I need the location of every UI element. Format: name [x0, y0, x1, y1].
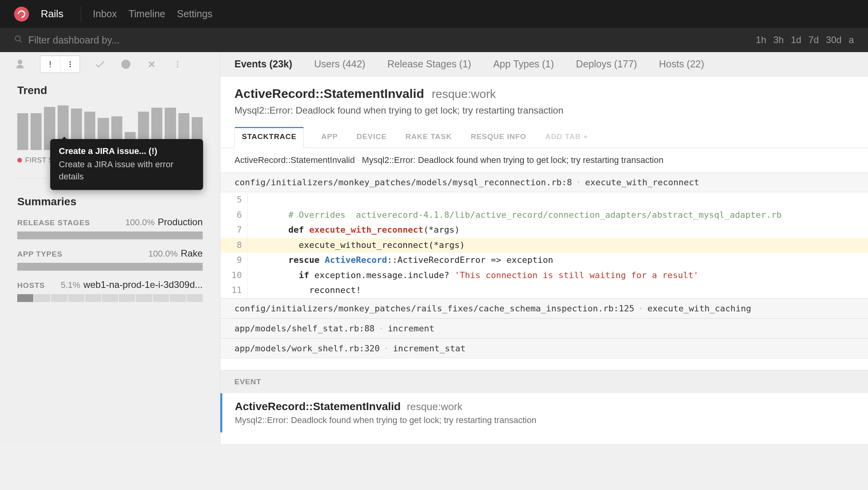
error-context: resque:work	[432, 87, 496, 100]
more-vert-icon	[60, 56, 80, 72]
range-all[interactable]: a	[849, 34, 854, 45]
stack-frame-0[interactable]: config/initializers/monkey_patches/model…	[220, 172, 868, 192]
trend-bar	[17, 113, 28, 150]
subtab-resque-info[interactable]: RESQUE INFO	[469, 127, 528, 148]
nav-timeline[interactable]: Timeline	[129, 8, 165, 20]
detail-tabs: STACKTRACE APP DEVICE RAKE TASK RESQUE I…	[220, 120, 868, 148]
subtab-rake-task[interactable]: RAKE TASK	[404, 127, 453, 148]
release-stages-bar	[17, 231, 203, 239]
summary-app-types: APP TYPES 100.0%Rake	[17, 248, 203, 259]
tab-users[interactable]: Users (442)	[314, 58, 365, 70]
code-snippet: 5 6 # Overrides activerecord-4.1.8/lib/a…	[220, 192, 868, 298]
nav-inbox[interactable]: Inbox	[93, 8, 117, 20]
error-class: ActiveRecord::StatementInvalid	[234, 87, 424, 101]
delete-x-icon[interactable]	[146, 59, 158, 69]
resolve-check-icon[interactable]	[94, 58, 106, 70]
content-tabs: Events (23k) Users (442) Release Stages …	[220, 52, 868, 76]
exclamation-icon	[40, 56, 60, 72]
range-7d[interactable]: 7d	[808, 34, 819, 45]
app-name[interactable]: Rails	[41, 8, 64, 20]
bugsnag-logo-icon	[14, 7, 29, 22]
subtab-stacktrace[interactable]: STACKTRACE	[234, 127, 304, 148]
stack-frame-2[interactable]: app/models/shelf_stat.rb:88·increment	[220, 318, 868, 338]
content: Events (23k) Users (442) Release Stages …	[220, 52, 868, 444]
summary-release-stages: RELEASE STAGES 100.0%Production	[17, 217, 203, 228]
jira-tooltip: Create a JIRA issue... (!) Create a JIRA…	[50, 139, 203, 190]
search-icon	[14, 35, 23, 45]
create-issue-button[interactable]	[40, 56, 80, 73]
summary-hosts: HOSTS 5.1%web1-na-prod-1e-i-3d309d...	[17, 279, 203, 290]
svg-point-2	[69, 66, 71, 67]
filter-input[interactable]	[28, 34, 303, 46]
range-3h[interactable]: 3h	[773, 34, 784, 45]
sidebar-toolbar	[0, 52, 220, 76]
summaries-heading: Summaries	[17, 195, 203, 208]
stack-frame-1[interactable]: config/initializers/monkey_patches/rails…	[220, 298, 868, 318]
svg-point-1	[69, 63, 71, 65]
snooze-clock-icon[interactable]	[120, 59, 132, 70]
tooltip-title: Create a JIRA issue... (!)	[59, 146, 194, 156]
range-1h[interactable]: 1h	[756, 34, 766, 45]
event-card[interactable]: ActiveRecord::StatementInvalid resque:wo…	[220, 393, 868, 432]
svg-point-4	[177, 63, 178, 65]
svg-point-0	[69, 61, 71, 63]
subtab-app[interactable]: APP	[320, 127, 339, 148]
subtab-add-tab[interactable]: ADD TAB +	[544, 127, 590, 148]
trend-bar	[31, 113, 42, 150]
tab-app-types[interactable]: App Types (1)	[493, 58, 554, 70]
filter-bar: 1h 3h 1d 7d 30d a	[0, 28, 868, 52]
error-header: ActiveRecord::StatementInvalid resque:wo…	[220, 76, 868, 120]
svg-point-3	[177, 61, 178, 63]
trend-heading: Trend	[17, 84, 203, 97]
event-class: ActiveRecord::StatementInvalid	[235, 400, 401, 412]
range-1d[interactable]: 1d	[791, 34, 801, 45]
tab-deploys[interactable]: Deploys (177)	[576, 58, 637, 70]
tab-release-stages[interactable]: Release Stages (1)	[387, 58, 471, 70]
app-types-bar	[17, 263, 203, 271]
error-message: Mysql2::Error: Deadlock found when tryin…	[234, 105, 854, 116]
event-message: Mysql2::Error: Deadlock found when tryin…	[235, 415, 855, 425]
sidebar: Trend FIRST SEEN JUL 22 LAST SEEN OCT 22…	[0, 52, 220, 444]
stack-frame-3[interactable]: app/models/work_shelf.rb:320·increment_s…	[220, 338, 868, 358]
nav-settings[interactable]: Settings	[177, 8, 212, 20]
subtab-device[interactable]: DEVICE	[355, 127, 389, 148]
range-30d[interactable]: 30d	[826, 34, 842, 45]
assign-user-icon[interactable]	[14, 59, 26, 70]
nav-divider	[81, 6, 81, 22]
event-context: resque:work	[407, 401, 463, 412]
top-nav: Rails Inbox Timeline Settings	[0, 0, 868, 28]
more-options-icon[interactable]	[172, 60, 183, 69]
tab-hosts[interactable]: Hosts (22)	[659, 58, 704, 70]
svg-point-5	[177, 66, 178, 68]
tab-events[interactable]: Events (23k)	[234, 58, 292, 70]
trace-meta: ActiveRecord::StatementInvalid·Mysql2::E…	[220, 148, 868, 172]
event-section-header: EVENT	[220, 370, 868, 393]
tooltip-body: Create a JIRA issue with error details	[59, 159, 194, 183]
hosts-bar	[17, 294, 203, 302]
